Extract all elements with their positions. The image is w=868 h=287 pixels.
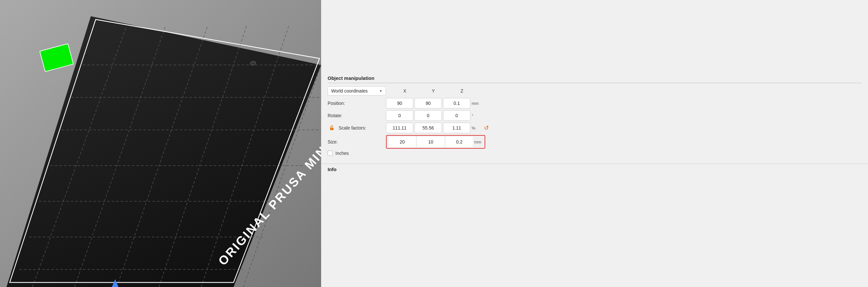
axis-headers: X Y Z [391,88,476,93]
axis-z-header: Z [447,88,476,93]
rotate-inputs: ° [386,110,480,121]
axis-x-header: X [391,88,419,93]
coord-system-row: World coordinates ▼ X Y Z [328,86,862,95]
size-x-input[interactable] [389,137,416,147]
svg-point-22 [332,128,332,129]
position-inputs: mm [386,98,480,109]
scale-row: Scale factors: % ↺ [328,123,862,133]
size-inputs-group: mm [386,135,485,149]
scale-label: Scale factors: [328,125,386,131]
size-unit: mm [474,140,483,144]
size-row: Size: mm [328,135,862,149]
right-panel: Object manipulation World coordinates ▼ … [321,0,868,287]
position-row: Position: mm [328,98,862,109]
scale-unit: % [472,126,480,131]
rotate-y-input[interactable] [414,110,442,121]
scale-x-input[interactable] [386,123,413,133]
position-y-input[interactable] [414,98,442,109]
scale-y-input[interactable] [414,123,442,133]
object-manipulation-panel: Object manipulation World coordinates ▼ … [321,71,868,161]
axis-y-header: Y [419,88,447,93]
rotate-row: Rotate: ° [328,110,862,121]
size-z-input[interactable] [446,137,473,147]
rotate-x-input[interactable] [386,110,413,121]
scale-z-input[interactable] [443,123,470,133]
scale-inputs: % ↺ [386,123,489,133]
info-title: Info [328,167,862,172]
inches-row: Inches [328,151,862,156]
top-space [321,0,868,71]
position-label: Position: [328,101,386,106]
rotate-z-input[interactable] [443,110,470,121]
reset-scale-icon[interactable]: ↺ [484,124,489,132]
position-x-input[interactable] [386,98,413,109]
position-unit: mm [472,101,480,106]
section-title-object-manipulation: Object manipulation [328,75,862,83]
size-y-input[interactable] [417,137,444,147]
inches-label: Inches [335,151,349,156]
lock-icon[interactable] [328,124,336,132]
3d-viewport[interactable]: ORIGINAL PRUSA MINI [0,0,321,287]
chevron-down-icon: ▼ [379,89,382,93]
size-label: Size: [328,139,386,144]
coord-system-dropdown[interactable]: World coordinates ▼ [328,86,386,95]
inches-checkbox[interactable] [328,151,333,156]
coord-system-label: World coordinates [331,88,368,93]
rotate-label: Rotate: [328,113,386,118]
position-z-input[interactable] [443,98,470,109]
info-section: Info [321,164,868,176]
rotate-unit: ° [472,113,480,118]
